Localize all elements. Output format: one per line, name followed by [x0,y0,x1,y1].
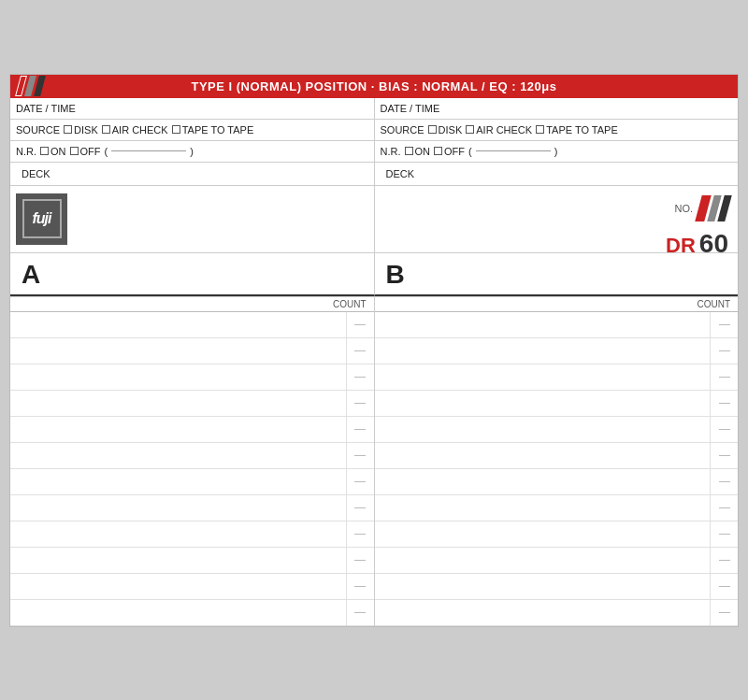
left-nr-row: N.R. ON OFF ( ) [16,144,368,159]
right-on-box[interactable] [405,147,413,155]
left-on-box[interactable] [40,147,49,155]
header-bar: TYPE I (NORMAL) POSITION · BIAS : NORMAL… [10,75,738,98]
dr-branding: NO. DR 60 [666,195,728,259]
track-name[interactable] [10,495,346,521]
track-row [375,417,739,443]
track-count [710,548,738,573]
left-source-label: SOURCE [16,124,60,136]
left-paren-open: ( [105,146,108,157]
right-aircheck-box[interactable] [466,125,474,134]
left-aircheck-label: AIR CHECK [112,124,168,136]
left-off-checkbox[interactable]: OFF [70,146,101,157]
track-count [710,417,738,442]
track-name[interactable] [375,600,711,625]
dr-text: DR [666,234,696,258]
track-name[interactable] [10,548,346,573]
track-row [10,521,374,548]
header-title: TYPE I (NORMAL) POSITION · BIAS : NORMAL… [191,79,556,93]
track-name[interactable] [375,548,711,573]
track-name[interactable] [10,338,346,364]
track-name[interactable] [10,574,346,599]
right-datetime-col: DATE / TIME [375,98,739,119]
side-a-count-label: COUNT [333,299,367,309]
right-tapetotape-checkbox[interactable]: TAPE TO TAPE [536,124,618,136]
right-deck-label: DECK [386,168,415,179]
right-side-col: B [375,253,739,296]
track-count [346,600,374,625]
track-row [375,391,739,417]
cassette-card: TYPE I (NORMAL) POSITION · BIAS : NORMAL… [9,74,739,627]
track-count [346,312,374,337]
left-deck-row: DECK [16,165,368,182]
track-count [346,574,374,599]
header-stripes [18,76,43,96]
left-disk-box[interactable] [64,125,72,134]
left-logo-area: fuji [10,186,375,252]
track-name[interactable] [375,443,711,468]
left-off-box[interactable] [70,147,79,155]
track-name[interactable] [375,495,711,521]
track-count [346,338,374,364]
track-row [375,364,739,391]
track-row [375,469,739,495]
side-labels-section: A B [10,253,738,297]
right-disk-checkbox[interactable]: DISK [428,124,463,136]
right-datetime-row: DATE / TIME [381,101,733,116]
track-name[interactable] [10,364,346,390]
left-datetime-col: DATE / TIME [10,98,375,119]
left-disk-checkbox[interactable]: DISK [64,124,98,136]
left-source-row: SOURCE DISK AIR CHECK TAPE TO TAPE [16,122,368,137]
right-aircheck-checkbox[interactable]: AIR CHECK [466,124,532,136]
track-name[interactable] [10,600,346,625]
side-a-label: A [16,256,368,292]
track-row [10,417,374,443]
track-name[interactable] [10,443,346,468]
track-count [710,521,738,547]
left-aircheck-box[interactable] [102,125,110,134]
right-disk-label: DISK [439,124,463,136]
track-name[interactable] [10,469,346,494]
track-name[interactable] [375,417,711,442]
left-on-checkbox[interactable]: ON [40,146,66,157]
track-name[interactable] [375,391,711,416]
track-row [10,391,374,417]
track-row [10,574,374,600]
left-tapetotape-box[interactable] [172,125,180,134]
track-name[interactable] [375,574,711,599]
source-section: SOURCE DISK AIR CHECK TAPE TO TAPE SOURC… [10,120,738,141]
right-off-checkbox[interactable]: OFF [434,146,465,157]
track-name[interactable] [10,312,346,337]
left-aircheck-checkbox[interactable]: AIR CHECK [102,124,168,136]
track-name[interactable] [375,338,711,364]
left-nr-col: N.R. ON OFF ( ) [10,141,375,162]
track-name[interactable] [375,469,711,494]
nr-section: N.R. ON OFF ( ) N.R. ON [10,141,738,163]
right-off-box[interactable] [434,147,442,155]
dr-number: DR 60 [666,229,728,259]
right-tapetotape-box[interactable] [536,125,544,134]
track-row [375,600,739,626]
track-name[interactable] [375,364,711,390]
track-row [10,495,374,521]
track-name[interactable] [10,521,346,547]
right-disk-box[interactable] [428,125,437,134]
model-number: 60 [699,229,728,259]
track-name[interactable] [375,521,711,547]
right-source-label: SOURCE [381,124,424,136]
track-row [375,338,739,364]
side-b-tracks: COUNT [375,297,739,626]
track-row [375,574,739,600]
track-count [710,364,738,390]
left-tapetotape-checkbox[interactable]: TAPE TO TAPE [172,124,254,136]
left-off-label: OFF [80,146,101,157]
track-count [346,443,374,468]
right-on-checkbox[interactable]: ON [405,146,431,157]
right-tapetotape-label: TAPE TO TAPE [546,124,618,136]
track-count [346,548,374,573]
track-row [10,312,374,338]
track-count [710,338,738,364]
track-count [346,391,374,416]
track-name[interactable] [10,417,346,442]
track-name[interactable] [10,391,346,416]
track-name[interactable] [375,312,711,337]
